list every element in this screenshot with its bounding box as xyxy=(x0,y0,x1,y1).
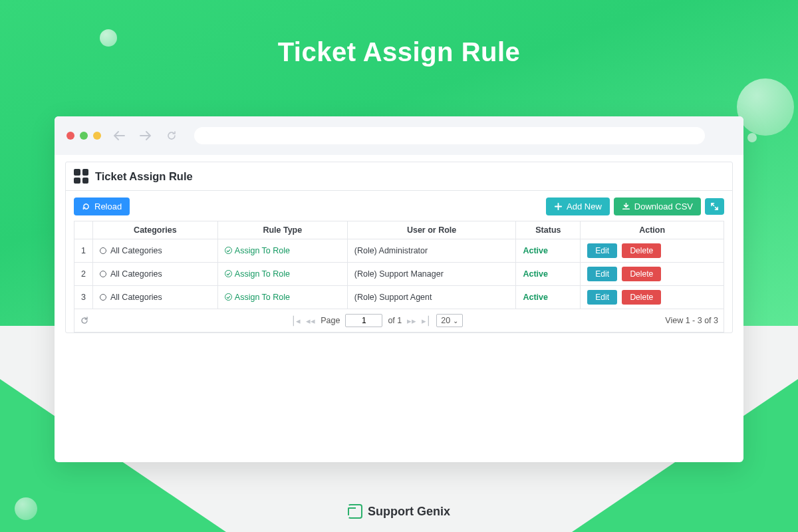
chevron-down-icon: ⌄ xyxy=(453,317,458,325)
hero-title: Ticket Assign Rule xyxy=(0,37,798,67)
cell-action: Edit Delete xyxy=(581,239,724,263)
pager-first[interactable]: ⎮◂ xyxy=(291,316,301,326)
table-pager: ⎮◂ ◂◂ Page of 1 ▸▸ ▸⎮ 20 ⌄ View 1 - 3 of… xyxy=(74,309,724,332)
plus-icon xyxy=(554,202,563,211)
pager-prev[interactable]: ◂◂ xyxy=(306,316,315,326)
decorative-bubble xyxy=(747,133,757,142)
pager-next[interactable]: ▸▸ xyxy=(407,316,416,326)
grid-icon xyxy=(74,169,88,184)
cell-categories: All Categories xyxy=(93,263,218,286)
col-index xyxy=(74,221,93,239)
panel-title: Ticket Assign Rule xyxy=(95,170,193,183)
main-panel: Ticket Assign Rule Reload Add New Downlo… xyxy=(65,162,733,333)
panel-toolbar: Reload Add New Download CSV xyxy=(66,191,732,221)
close-dot-icon[interactable] xyxy=(66,132,74,140)
pager-page-size-value: 20 xyxy=(441,316,450,325)
pager-page-size[interactable]: 20 ⌄ xyxy=(436,314,463,327)
brand-text-1: Support xyxy=(368,505,417,518)
delete-button[interactable]: Delete xyxy=(622,290,661,305)
cell-status: Active xyxy=(516,263,581,286)
row-index: 3 xyxy=(74,286,93,309)
cell-user-or-role: (Role) Support Agent xyxy=(347,286,516,309)
circle-icon xyxy=(100,271,106,277)
col-rule-type[interactable]: Rule Type xyxy=(217,221,347,239)
expand-button[interactable] xyxy=(705,198,724,215)
table-row: 2 All Categories Assign To Role (Role) S… xyxy=(74,263,724,286)
download-csv-button-label: Download CSV xyxy=(634,201,693,211)
check-circle-icon xyxy=(225,270,232,277)
download-csv-button[interactable]: Download CSV xyxy=(614,198,701,215)
check-circle-icon xyxy=(225,247,232,254)
cell-rule-type: Assign To Role xyxy=(217,239,347,263)
pager-page-label: Page xyxy=(321,316,340,325)
cell-categories: All Categories xyxy=(93,239,218,263)
pager-of-text: of 1 xyxy=(388,316,402,325)
cell-user-or-role: (Role) Support Manager xyxy=(347,263,516,286)
browser-chrome xyxy=(55,116,743,155)
col-status[interactable]: Status xyxy=(516,221,581,239)
cell-status: Active xyxy=(516,286,581,309)
table-row: 3 All Categories Assign To Role (Role) S… xyxy=(74,286,724,309)
check-circle-icon xyxy=(225,293,232,301)
maximize-dot-icon[interactable] xyxy=(93,132,101,140)
add-new-button[interactable]: Add New xyxy=(546,198,610,215)
minimize-dot-icon[interactable] xyxy=(80,132,88,140)
cell-user-or-role: (Role) Administrator xyxy=(347,239,516,263)
edit-button[interactable]: Edit xyxy=(587,290,617,305)
row-index: 1 xyxy=(74,239,93,263)
app-window: Ticket Assign Rule Reload Add New Downlo… xyxy=(55,116,743,462)
expand-icon xyxy=(710,202,719,211)
nav-reload-button[interactable] xyxy=(164,130,180,141)
reload-button-label: Reload xyxy=(94,201,122,211)
brand-text-2: Genix xyxy=(417,505,450,518)
edit-button[interactable]: Edit xyxy=(587,243,617,258)
brand-logo-icon xyxy=(348,504,362,519)
nav-back-button[interactable] xyxy=(110,131,128,140)
table-row: 1 All Categories Assign To Role (Role) A… xyxy=(74,239,724,263)
col-user-or-role[interactable]: User or Role xyxy=(347,221,516,239)
circle-icon xyxy=(100,294,106,301)
cell-action: Edit Delete xyxy=(581,286,724,309)
pager-view-text: View 1 - 3 of 3 xyxy=(665,316,718,325)
panel-header: Ticket Assign Rule xyxy=(66,162,732,191)
row-index: 2 xyxy=(74,263,93,286)
brand-footer: Support Genix xyxy=(0,504,798,519)
cell-status: Active xyxy=(516,239,581,263)
add-new-button-label: Add New xyxy=(567,201,602,211)
cell-rule-type: Assign To Role xyxy=(217,263,347,286)
delete-button[interactable]: Delete xyxy=(622,243,661,258)
edit-button[interactable]: Edit xyxy=(587,267,617,281)
col-action: Action xyxy=(581,221,724,239)
delete-button[interactable]: Delete xyxy=(622,267,661,281)
cell-categories: All Categories xyxy=(93,286,218,309)
reload-button[interactable]: Reload xyxy=(74,198,130,215)
table-header-row: Categories Rule Type User or Role Status… xyxy=(74,221,724,239)
nav-forward-button[interactable] xyxy=(137,131,154,140)
window-controls xyxy=(66,132,101,140)
address-bar[interactable] xyxy=(194,127,705,144)
rules-table: Categories Rule Type User or Role Status… xyxy=(74,221,724,309)
circle-icon xyxy=(100,247,106,254)
cell-rule-type: Assign To Role xyxy=(217,286,347,309)
pager-last[interactable]: ▸⎮ xyxy=(422,316,431,326)
refresh-icon xyxy=(82,202,90,211)
decorative-bubble xyxy=(737,78,794,136)
pager-page-input[interactable] xyxy=(345,314,382,327)
pager-reload-button[interactable] xyxy=(80,316,89,325)
cell-action: Edit Delete xyxy=(581,263,724,286)
download-icon xyxy=(622,202,630,211)
col-categories[interactable]: Categories xyxy=(93,221,218,239)
